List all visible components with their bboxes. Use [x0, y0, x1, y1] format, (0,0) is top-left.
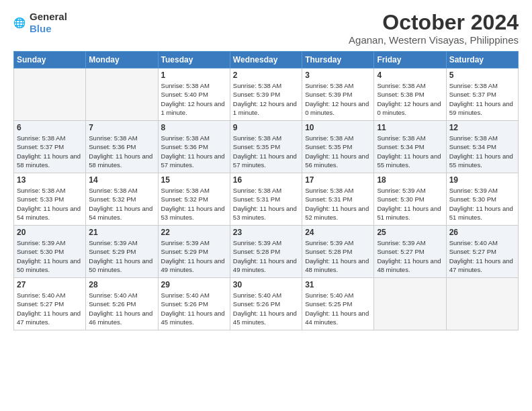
logo-icon: 🌐: [13, 16, 27, 30]
calendar-cell: 15Sunrise: 5:38 AMSunset: 5:32 PMDayligh…: [158, 173, 230, 226]
calendar-cell: [374, 278, 446, 330]
day-info: Sunrise: 5:38 AMSunset: 5:36 PMDaylight:…: [89, 134, 154, 169]
day-number: 24: [305, 228, 371, 237]
calendar-cell: 12Sunrise: 5:38 AMSunset: 5:34 PMDayligh…: [446, 121, 518, 173]
day-info: Sunrise: 5:38 AMSunset: 5:36 PMDaylight:…: [161, 134, 227, 169]
header-friday: Friday: [374, 52, 446, 68]
day-info: Sunrise: 5:38 AMSunset: 5:34 PMDaylight:…: [377, 134, 443, 169]
day-number: 8: [161, 123, 227, 132]
calendar-cell: 25Sunrise: 5:39 AMSunset: 5:27 PMDayligh…: [374, 226, 446, 278]
day-info: Sunrise: 5:39 AMSunset: 5:29 PMDaylight:…: [89, 238, 154, 274]
day-number: 11: [377, 123, 443, 132]
day-number: 27: [17, 280, 83, 289]
calendar-cell: 17Sunrise: 5:38 AMSunset: 5:31 PMDayligh…: [302, 173, 374, 226]
day-number: 31: [305, 280, 371, 289]
calendar-cell: 13Sunrise: 5:38 AMSunset: 5:33 PMDayligh…: [14, 173, 86, 226]
calendar-cell: 9Sunrise: 5:38 AMSunset: 5:35 PMDaylight…: [230, 121, 302, 173]
header-monday: Monday: [86, 52, 158, 68]
header-saturday: Saturday: [446, 52, 518, 68]
calendar-cell: 2Sunrise: 5:38 AMSunset: 5:39 PMDaylight…: [230, 68, 302, 121]
day-number: 29: [161, 280, 227, 289]
day-number: 16: [233, 175, 299, 185]
week-row-4: 20Sunrise: 5:39 AMSunset: 5:30 PMDayligh…: [14, 226, 519, 278]
day-number: 25: [377, 228, 443, 237]
calendar-cell: 24Sunrise: 5:39 AMSunset: 5:28 PMDayligh…: [302, 226, 374, 278]
calendar-cell: 3Sunrise: 5:38 AMSunset: 5:39 PMDaylight…: [302, 68, 374, 121]
day-number: 26: [449, 228, 515, 237]
week-row-2: 6Sunrise: 5:38 AMSunset: 5:37 PMDaylight…: [14, 121, 519, 173]
calendar-cell: 23Sunrise: 5:39 AMSunset: 5:28 PMDayligh…: [230, 226, 302, 278]
calendar-cell: 6Sunrise: 5:38 AMSunset: 5:37 PMDaylight…: [14, 121, 86, 173]
day-number: 22: [161, 228, 227, 237]
day-info: Sunrise: 5:39 AMSunset: 5:30 PMDaylight:…: [377, 186, 443, 222]
header-wednesday: Wednesday: [230, 52, 302, 68]
day-number: 13: [17, 175, 83, 185]
svg-text:🌐: 🌐: [13, 17, 26, 29]
calendar-cell: 20Sunrise: 5:39 AMSunset: 5:30 PMDayligh…: [14, 226, 86, 278]
day-number: 1: [161, 71, 227, 80]
day-info: Sunrise: 5:39 AMSunset: 5:29 PMDaylight:…: [161, 238, 227, 274]
week-row-1: 1Sunrise: 5:38 AMSunset: 5:40 PMDaylight…: [14, 68, 519, 121]
day-number: 2: [233, 71, 299, 80]
calendar-cell: 10Sunrise: 5:38 AMSunset: 5:35 PMDayligh…: [302, 121, 374, 173]
calendar-cell: 30Sunrise: 5:40 AMSunset: 5:26 PMDayligh…: [230, 278, 302, 330]
header-area: 🌐 General Blue October 2024 Aganan, West…: [13, 11, 519, 46]
day-info: Sunrise: 5:40 AMSunset: 5:26 PMDaylight:…: [161, 291, 227, 326]
day-info: Sunrise: 5:38 AMSunset: 5:32 PMDaylight:…: [89, 186, 154, 222]
logo-text: General Blue: [30, 11, 67, 35]
day-info: Sunrise: 5:40 AMSunset: 5:26 PMDaylight:…: [89, 291, 154, 326]
day-info: Sunrise: 5:40 AMSunset: 5:26 PMDaylight:…: [233, 291, 299, 326]
calendar-cell: 29Sunrise: 5:40 AMSunset: 5:26 PMDayligh…: [158, 278, 230, 330]
calendar-cell: [14, 68, 86, 121]
calendar-cell: 19Sunrise: 5:39 AMSunset: 5:30 PMDayligh…: [446, 173, 518, 226]
day-info: Sunrise: 5:38 AMSunset: 5:32 PMDaylight:…: [161, 186, 227, 222]
month-title: October 2024: [349, 11, 519, 34]
calendar-cell: 26Sunrise: 5:40 AMSunset: 5:27 PMDayligh…: [446, 226, 518, 278]
day-number: 3: [305, 71, 371, 80]
week-row-3: 13Sunrise: 5:38 AMSunset: 5:33 PMDayligh…: [14, 173, 519, 226]
header-tuesday: Tuesday: [158, 52, 230, 68]
day-number: 28: [89, 280, 154, 289]
calendar-cell: [446, 278, 518, 330]
day-info: Sunrise: 5:38 AMSunset: 5:33 PMDaylight:…: [17, 186, 83, 222]
day-number: 7: [89, 123, 154, 132]
day-info: Sunrise: 5:38 AMSunset: 5:37 PMDaylight:…: [449, 81, 515, 117]
day-number: 12: [449, 123, 515, 132]
day-number: 19: [449, 175, 515, 185]
calendar-cell: 4Sunrise: 5:38 AMSunset: 5:38 PMDaylight…: [374, 68, 446, 121]
day-number: 14: [89, 175, 154, 185]
calendar-cell: 22Sunrise: 5:39 AMSunset: 5:29 PMDayligh…: [158, 226, 230, 278]
day-info: Sunrise: 5:39 AMSunset: 5:30 PMDaylight:…: [17, 238, 83, 274]
calendar-cell: 7Sunrise: 5:38 AMSunset: 5:36 PMDaylight…: [86, 121, 158, 173]
header-row: SundayMondayTuesdayWednesdayThursdayFrid…: [14, 52, 519, 68]
day-number: 6: [17, 123, 83, 132]
day-number: 23: [233, 228, 299, 237]
day-number: 17: [305, 175, 371, 185]
day-info: Sunrise: 5:39 AMSunset: 5:30 PMDaylight:…: [449, 186, 515, 222]
calendar-cell: 1Sunrise: 5:38 AMSunset: 5:40 PMDaylight…: [158, 68, 230, 121]
logo-blue: Blue: [30, 23, 52, 34]
day-number: 21: [89, 228, 154, 237]
calendar-cell: 16Sunrise: 5:38 AMSunset: 5:31 PMDayligh…: [230, 173, 302, 226]
day-number: 9: [233, 123, 299, 132]
day-number: 20: [17, 228, 83, 237]
day-info: Sunrise: 5:40 AMSunset: 5:27 PMDaylight:…: [17, 291, 83, 326]
calendar-cell: 5Sunrise: 5:38 AMSunset: 5:37 PMDaylight…: [446, 68, 518, 121]
day-info: Sunrise: 5:38 AMSunset: 5:40 PMDaylight:…: [161, 81, 227, 117]
calendar-cell: 31Sunrise: 5:40 AMSunset: 5:25 PMDayligh…: [302, 278, 374, 330]
header-sunday: Sunday: [14, 52, 86, 68]
day-number: 4: [377, 71, 443, 80]
day-info: Sunrise: 5:38 AMSunset: 5:34 PMDaylight:…: [449, 134, 515, 169]
day-info: Sunrise: 5:38 AMSunset: 5:39 PMDaylight:…: [233, 81, 299, 117]
day-info: Sunrise: 5:38 AMSunset: 5:37 PMDaylight:…: [17, 134, 83, 169]
calendar-cell: 8Sunrise: 5:38 AMSunset: 5:36 PMDaylight…: [158, 121, 230, 173]
day-info: Sunrise: 5:38 AMSunset: 5:31 PMDaylight:…: [233, 186, 299, 222]
calendar-table: SundayMondayTuesdayWednesdayThursdayFrid…: [13, 51, 519, 330]
day-info: Sunrise: 5:40 AMSunset: 5:25 PMDaylight:…: [305, 291, 371, 326]
calendar-cell: 21Sunrise: 5:39 AMSunset: 5:29 PMDayligh…: [86, 226, 158, 278]
title-area: October 2024 Aganan, Western Visayas, Ph…: [349, 11, 519, 46]
calendar-cell: 18Sunrise: 5:39 AMSunset: 5:30 PMDayligh…: [374, 173, 446, 226]
calendar-cell: 11Sunrise: 5:38 AMSunset: 5:34 PMDayligh…: [374, 121, 446, 173]
day-info: Sunrise: 5:39 AMSunset: 5:28 PMDaylight:…: [233, 238, 299, 274]
day-info: Sunrise: 5:38 AMSunset: 5:35 PMDaylight:…: [233, 134, 299, 169]
